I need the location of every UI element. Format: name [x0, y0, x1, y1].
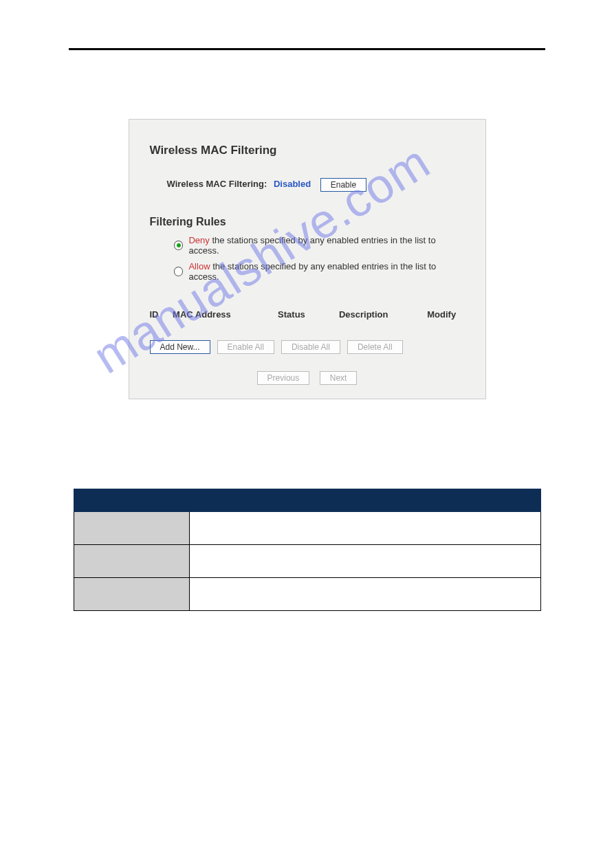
delete-all-button[interactable]: Delete All: [347, 340, 403, 354]
rule-allow[interactable]: Allow the stations specified by any enab…: [174, 261, 468, 282]
table-row: [189, 545, 540, 578]
col-mac: MAC Address: [173, 309, 278, 320]
rule-text: the stations specified by any enabled en…: [188, 235, 435, 256]
divider: [69, 48, 545, 50]
status-value: Disabled: [274, 179, 311, 189]
col-desc: Description: [339, 309, 427, 320]
description-table: [74, 489, 541, 611]
enable-all-button[interactable]: Enable All: [217, 340, 274, 354]
table-row: [74, 512, 189, 545]
panel-title: Wireless MAC Filtering: [150, 144, 468, 157]
table-row: [189, 512, 540, 545]
disable-all-button[interactable]: Disable All: [281, 340, 340, 354]
previous-button[interactable]: Previous: [257, 371, 310, 385]
table-header: ID MAC Address Status Description Modify: [150, 309, 468, 320]
col-id: ID: [150, 309, 173, 320]
radio-icon[interactable]: [174, 241, 184, 250]
col-modify: Modify: [427, 309, 468, 320]
settings-panel: Wireless MAC Filtering Wireless MAC Filt…: [129, 119, 486, 399]
action-buttons: Add New... Enable All Disable All Delete…: [150, 340, 468, 354]
table-header-key: [74, 489, 189, 512]
table-row: [189, 578, 540, 611]
rules-heading: Filtering Rules: [150, 216, 468, 228]
status-label: Wireless MAC Filtering:: [167, 179, 267, 189]
next-button[interactable]: Next: [320, 371, 358, 385]
table-header-value: [189, 489, 540, 512]
pager: Previous Next: [146, 371, 468, 385]
enable-button[interactable]: Enable: [320, 178, 366, 192]
table-row: [74, 578, 189, 611]
radio-icon[interactable]: [174, 267, 184, 276]
status-row: Wireless MAC Filtering: Disabled Enable: [167, 178, 468, 192]
add-new-button[interactable]: Add New...: [150, 340, 210, 354]
rule-keyword: Allow: [188, 261, 210, 271]
rule-text: the stations specified by any enabled en…: [188, 261, 436, 282]
rule-deny[interactable]: Deny the stations specified by any enabl…: [174, 235, 468, 256]
table-row: [74, 545, 189, 578]
col-status: Status: [278, 309, 339, 320]
rule-keyword: Deny: [188, 235, 209, 245]
